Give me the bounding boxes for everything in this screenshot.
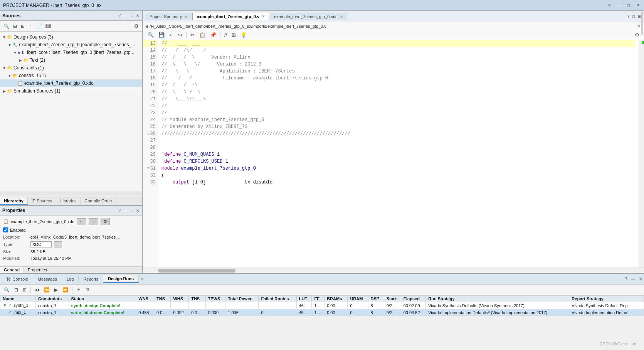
properties-settings-button[interactable]: ⚙ — [101, 218, 110, 225]
code-block-button[interactable]: ⊞ — [230, 31, 237, 39]
tab-project-summary-close[interactable]: ✕ — [184, 15, 187, 19]
sources-float-button[interactable]: □ — [130, 13, 134, 18]
code-redo-button[interactable]: ↪ — [177, 31, 184, 39]
simulation-sources-group[interactable]: ▶ 📁 Simulation Sources (1) — [0, 87, 142, 95]
sources-help-button[interactable]: ? — [118, 13, 121, 18]
bottom-run-button[interactable]: ▶ — [53, 286, 59, 293]
constraints-group[interactable]: ▼ 📁 Constraints (1) — [0, 64, 142, 72]
expand-all-button[interactable]: ⊞ — [20, 23, 26, 30]
prop-tab-general[interactable]: General — [0, 267, 24, 273]
close-button[interactable]: ✕ — [634, 3, 641, 8]
xdc-file-item[interactable]: 📋 example_ibert_7series_gtp_0.xdc — [0, 79, 142, 87]
add-source-button[interactable]: ＋ — [27, 22, 34, 30]
col-tpws[interactable]: TPWS — [205, 296, 225, 302]
bottom-percent-button[interactable]: ％ — [84, 286, 92, 294]
bottom-help-button[interactable]: ? — [624, 277, 628, 281]
properties-minimize-button[interactable]: — — [123, 209, 128, 213]
code-comment-button[interactable]: // — [223, 31, 229, 39]
bottom-next-button[interactable]: ⏩ — [61, 286, 70, 293]
tab-project-summary[interactable]: Project Summary ✕ — [145, 13, 192, 20]
col-ff[interactable]: FF — [312, 296, 325, 302]
col-tns[interactable]: TNS — [154, 296, 171, 302]
bottom-maximize-button[interactable]: ⊞ — [638, 277, 642, 281]
example-ibert-item[interactable]: ▼ 🔧 example_ibert_7series_gtp_0 (example… — [0, 41, 142, 49]
code-save-button[interactable]: 💾 — [157, 31, 166, 39]
editor-right-scrollbar[interactable] — [639, 40, 644, 268]
col-constraints[interactable]: Constraints — [35, 296, 69, 302]
code-copy-button[interactable]: 📋 — [198, 31, 207, 39]
type-input[interactable] — [30, 241, 52, 247]
code-settings-button[interactable]: ⚙ — [633, 31, 641, 39]
tab-hierarchy[interactable]: Hierarchy — [0, 197, 28, 205]
properties-float-button[interactable]: □ — [130, 209, 134, 213]
help-button[interactable]: ? — [607, 3, 612, 8]
col-failed-routes[interactable]: Failed Routes — [259, 296, 296, 302]
enabled-checkbox[interactable] — [3, 227, 8, 232]
col-ths[interactable]: THS — [189, 296, 205, 302]
col-start[interactable]: Start — [384, 296, 401, 302]
col-total-power[interactable]: Total Power — [225, 296, 259, 302]
design-sources-group[interactable]: ▼ 📁 Design Sources (3) — [0, 33, 142, 41]
tab-reports[interactable]: Reports — [79, 276, 103, 283]
tab-messages[interactable]: Messages — [33, 276, 62, 283]
col-wns[interactable]: WNS — [136, 296, 154, 302]
editor-float-button[interactable]: □ — [632, 14, 636, 19]
prop-tab-properties[interactable]: Properties — [24, 267, 51, 273]
constrs-1-item[interactable]: ▼ 📂 constrs_1 (1) — [0, 72, 142, 79]
tab-tcl-console[interactable]: Tcl Console — [2, 276, 33, 283]
code-undo-button[interactable]: ↩ — [168, 31, 175, 39]
col-brams[interactable]: BRAMs — [325, 296, 348, 302]
col-dsp[interactable]: DSP — [368, 296, 384, 302]
table-row-impl-1[interactable]: ✓ impl_1 constrs_1 write_bitstream Compl… — [0, 309, 644, 316]
file-path-close[interactable]: ✕ — [637, 23, 641, 29]
tab-verilog-file[interactable]: example_ibert_7series_gtp_0.v ✕ — [192, 13, 269, 20]
properties-forward-button[interactable]: → — [89, 218, 98, 225]
tab-log[interactable]: Log — [62, 276, 79, 283]
properties-help-button[interactable]: ? — [118, 209, 121, 213]
code-body[interactable]: // ___ ___ // / /\/ / // /___/ \ Vendor:… — [158, 40, 639, 268]
tab-libraries[interactable]: Libraries — [56, 197, 81, 205]
runs-table-container[interactable]: Name Constraints Status WNS TNS WHS THS … — [0, 295, 644, 350]
tab-verilog-close[interactable]: ✕ — [262, 14, 265, 19]
design-runs-close-x[interactable]: ✕ — [139, 276, 145, 281]
properties-close-button[interactable]: ✕ — [135, 209, 140, 213]
search-button[interactable]: 🔍 — [2, 23, 10, 30]
sources-settings-button[interactable]: ⚙ — [133, 22, 140, 30]
tab-ip-sources[interactable]: IP Sources — [28, 197, 57, 205]
col-run-strategy[interactable]: Run Strategy — [426, 296, 569, 302]
col-lut[interactable]: LUT — [296, 296, 312, 302]
sources-close-button[interactable]: ✕ — [135, 13, 140, 18]
tab-xdc-file[interactable]: example_ibert_7series_gtp_0.xdc ✕ — [270, 13, 347, 20]
sources-minimize-button[interactable]: — — [123, 13, 128, 18]
col-status[interactable]: Status — [69, 296, 136, 302]
col-elapsed[interactable]: Elapsed — [401, 296, 426, 302]
sources-hscrollbar[interactable] — [0, 192, 142, 197]
tab-xdc-close[interactable]: ✕ — [340, 15, 343, 19]
tab-design-runs[interactable]: Design Runs — [103, 275, 139, 283]
new-file-button[interactable]: 📄 — [36, 23, 44, 30]
type-browse-button[interactable]: ... — [54, 241, 62, 247]
code-paste-button[interactable]: 📌 — [209, 31, 218, 39]
col-report-strategy[interactable]: Report Strategy — [569, 296, 644, 302]
u-ibert-core-item[interactable]: ▼ ▶ u_ibert_core : ibert_7series_gtp_0 (… — [0, 49, 142, 56]
bottom-first-button[interactable]: ⏮ — [33, 286, 41, 293]
bottom-prev-button[interactable]: ⏪ — [42, 286, 51, 293]
col-uram[interactable]: URAM — [348, 296, 368, 302]
col-whs[interactable]: WHS — [171, 296, 189, 302]
table-row-synth-1[interactable]: ▼ ✓ synth_1 constrs_1 synth_design Compl… — [0, 302, 644, 309]
code-cut-button[interactable]: ✂ — [189, 31, 196, 39]
bottom-expand-button[interactable]: ⊞ — [21, 286, 28, 293]
editor-hscrollbar[interactable] — [143, 268, 644, 273]
collapse-all-button[interactable]: ⊟ — [12, 23, 18, 30]
col-name[interactable]: Name — [0, 296, 36, 302]
minimize-button[interactable]: — — [615, 3, 622, 8]
bottom-add-button[interactable]: ＋ — [75, 286, 82, 294]
editor-help-button[interactable]: ? — [626, 14, 630, 19]
text-item[interactable]: ▶ 📁 Text (2) — [0, 56, 142, 64]
code-search-button[interactable]: 🔍 — [146, 31, 155, 39]
maximize-button[interactable]: □ — [626, 3, 631, 8]
code-light-button[interactable]: 💡 — [239, 31, 248, 39]
bottom-minimize-button[interactable]: — — [630, 277, 636, 281]
properties-back-button[interactable]: ← — [77, 218, 86, 225]
bottom-collapse-button[interactable]: ⊟ — [13, 286, 20, 293]
